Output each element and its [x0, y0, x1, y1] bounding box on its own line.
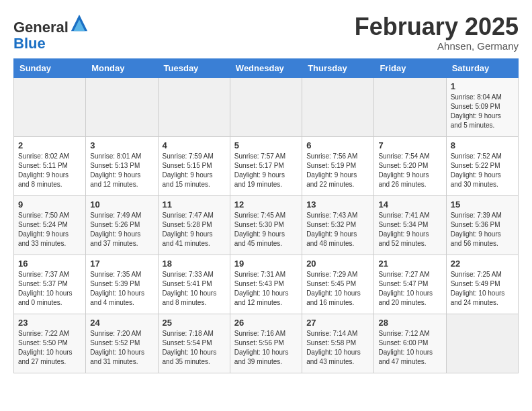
calendar-cell: 5Sunrise: 7:57 AM Sunset: 5:17 PM Daylig… — [230, 137, 302, 196]
day-number: 3 — [90, 140, 153, 150]
day-info: Sunrise: 7:18 AM Sunset: 5:54 PM Dayligh… — [163, 329, 226, 367]
day-info: Sunrise: 7:49 AM Sunset: 5:26 PM Dayligh… — [90, 211, 153, 248]
day-number: 28 — [378, 318, 441, 328]
calendar-cell: 27Sunrise: 7:14 AM Sunset: 5:58 PM Dayli… — [302, 314, 374, 373]
calendar-cell: 13Sunrise: 7:43 AM Sunset: 5:32 PM Dayli… — [302, 196, 374, 255]
day-info: Sunrise: 7:56 AM Sunset: 5:19 PM Dayligh… — [306, 152, 369, 189]
day-info: Sunrise: 7:37 AM Sunset: 5:37 PM Dayligh… — [18, 270, 81, 308]
day-info: Sunrise: 8:01 AM Sunset: 5:13 PM Dayligh… — [90, 152, 153, 189]
calendar-cell: 25Sunrise: 7:18 AM Sunset: 5:54 PM Dayli… — [158, 314, 230, 373]
day-info: Sunrise: 7:29 AM Sunset: 5:45 PM Dayligh… — [306, 270, 369, 308]
weekday-header-saturday: Saturday — [446, 59, 518, 78]
calendar-cell — [446, 314, 518, 373]
calendar-week-row: 9Sunrise: 7:50 AM Sunset: 5:24 PM Daylig… — [14, 196, 519, 255]
day-number: 18 — [163, 259, 226, 269]
day-info: Sunrise: 7:25 AM Sunset: 5:49 PM Dayligh… — [451, 270, 514, 308]
day-number: 22 — [451, 259, 514, 269]
location-subtitle: Ahnsen, Germany — [355, 40, 519, 52]
day-number: 4 — [163, 140, 226, 150]
day-info: Sunrise: 7:31 AM Sunset: 5:43 PM Dayligh… — [234, 270, 298, 308]
day-info: Sunrise: 7:39 AM Sunset: 5:36 PM Dayligh… — [451, 211, 514, 248]
day-number: 27 — [306, 318, 369, 328]
day-info: Sunrise: 7:47 AM Sunset: 5:28 PM Dayligh… — [163, 211, 226, 248]
calendar-cell — [230, 78, 302, 137]
calendar-week-row: 16Sunrise: 7:37 AM Sunset: 5:37 PM Dayli… — [14, 255, 519, 314]
calendar-cell: 3Sunrise: 8:01 AM Sunset: 5:13 PM Daylig… — [86, 137, 158, 196]
calendar-header-row: SundayMondayTuesdayWednesdayThursdayFrid… — [14, 59, 519, 78]
day-number: 21 — [378, 259, 441, 269]
day-info: Sunrise: 7:27 AM Sunset: 5:47 PM Dayligh… — [378, 270, 441, 308]
calendar-cell: 20Sunrise: 7:29 AM Sunset: 5:45 PM Dayli… — [302, 255, 374, 314]
calendar-cell: 7Sunrise: 7:54 AM Sunset: 5:20 PM Daylig… — [374, 137, 446, 196]
day-info: Sunrise: 7:12 AM Sunset: 6:00 PM Dayligh… — [378, 329, 441, 367]
calendar-cell: 4Sunrise: 7:59 AM Sunset: 5:15 PM Daylig… — [158, 137, 230, 196]
day-number: 24 — [90, 318, 153, 328]
day-number: 11 — [163, 199, 226, 210]
calendar-cell: 15Sunrise: 7:39 AM Sunset: 5:36 PM Dayli… — [446, 196, 518, 255]
day-number: 9 — [18, 199, 81, 210]
day-info: Sunrise: 7:41 AM Sunset: 5:34 PM Dayligh… — [378, 211, 441, 248]
day-number: 19 — [234, 259, 298, 269]
calendar-cell — [302, 78, 374, 137]
day-number: 5 — [234, 140, 298, 150]
day-number: 16 — [18, 259, 81, 269]
day-info: Sunrise: 7:22 AM Sunset: 5:50 PM Dayligh… — [18, 329, 81, 367]
day-number: 17 — [90, 259, 153, 269]
calendar-cell: 6Sunrise: 7:56 AM Sunset: 5:19 PM Daylig… — [302, 137, 374, 196]
calendar-cell: 16Sunrise: 7:37 AM Sunset: 5:37 PM Dayli… — [14, 255, 86, 314]
calendar-cell: 14Sunrise: 7:41 AM Sunset: 5:34 PM Dayli… — [374, 196, 446, 255]
weekday-header-friday: Friday — [374, 59, 446, 78]
calendar-cell: 11Sunrise: 7:47 AM Sunset: 5:28 PM Dayli… — [158, 196, 230, 255]
day-number: 25 — [163, 318, 226, 328]
calendar-cell: 24Sunrise: 7:20 AM Sunset: 5:52 PM Dayli… — [86, 314, 158, 373]
day-info: Sunrise: 7:59 AM Sunset: 5:15 PM Dayligh… — [163, 152, 226, 189]
logo-icon — [70, 13, 89, 32]
weekday-header-monday: Monday — [86, 59, 158, 78]
day-info: Sunrise: 7:43 AM Sunset: 5:32 PM Dayligh… — [306, 211, 369, 248]
weekday-header-thursday: Thursday — [302, 59, 374, 78]
day-number: 1 — [451, 81, 514, 91]
logo-blue-text: Blue — [13, 35, 46, 52]
day-info: Sunrise: 7:45 AM Sunset: 5:30 PM Dayligh… — [234, 211, 298, 248]
calendar-cell: 10Sunrise: 7:49 AM Sunset: 5:26 PM Dayli… — [86, 196, 158, 255]
day-info: Sunrise: 7:54 AM Sunset: 5:20 PM Dayligh… — [378, 152, 441, 189]
calendar-cell: 2Sunrise: 8:02 AM Sunset: 5:11 PM Daylig… — [14, 137, 86, 196]
day-info: Sunrise: 7:35 AM Sunset: 5:39 PM Dayligh… — [90, 270, 153, 308]
day-number: 6 — [306, 140, 369, 150]
calendar-week-row: 1Sunrise: 8:04 AM Sunset: 5:09 PM Daylig… — [14, 78, 519, 137]
calendar-cell: 26Sunrise: 7:16 AM Sunset: 5:56 PM Dayli… — [230, 314, 302, 373]
calendar-cell — [374, 78, 446, 137]
calendar-cell: 12Sunrise: 7:45 AM Sunset: 5:30 PM Dayli… — [230, 196, 302, 255]
calendar-cell: 17Sunrise: 7:35 AM Sunset: 5:39 PM Dayli… — [86, 255, 158, 314]
logo-general-text: General — [13, 19, 69, 36]
day-info: Sunrise: 8:04 AM Sunset: 5:09 PM Dayligh… — [451, 93, 514, 130]
calendar-week-row: 23Sunrise: 7:22 AM Sunset: 5:50 PM Dayli… — [14, 314, 519, 373]
day-number: 8 — [451, 140, 514, 150]
page-header: General Blue February 2025 Ahnsen, Germa… — [13, 13, 519, 52]
calendar-week-row: 2Sunrise: 8:02 AM Sunset: 5:11 PM Daylig… — [14, 137, 519, 196]
day-number: 15 — [451, 199, 514, 210]
day-number: 12 — [234, 199, 298, 210]
calendar-cell — [86, 78, 158, 137]
calendar-cell: 21Sunrise: 7:27 AM Sunset: 5:47 PM Dayli… — [374, 255, 446, 314]
calendar-cell: 19Sunrise: 7:31 AM Sunset: 5:43 PM Dayli… — [230, 255, 302, 314]
weekday-header-wednesday: Wednesday — [230, 59, 302, 78]
day-info: Sunrise: 7:33 AM Sunset: 5:41 PM Dayligh… — [163, 270, 226, 308]
calendar-cell: 9Sunrise: 7:50 AM Sunset: 5:24 PM Daylig… — [14, 196, 86, 255]
weekday-header-sunday: Sunday — [14, 59, 86, 78]
calendar-cell: 22Sunrise: 7:25 AM Sunset: 5:49 PM Dayli… — [446, 255, 518, 314]
day-info: Sunrise: 8:02 AM Sunset: 5:11 PM Dayligh… — [18, 152, 81, 189]
day-info: Sunrise: 7:20 AM Sunset: 5:52 PM Dayligh… — [90, 329, 153, 367]
day-info: Sunrise: 7:16 AM Sunset: 5:56 PM Dayligh… — [234, 329, 298, 367]
day-number: 10 — [90, 199, 153, 210]
calendar-cell: 18Sunrise: 7:33 AM Sunset: 5:41 PM Dayli… — [158, 255, 230, 314]
calendar-table: SundayMondayTuesdayWednesdayThursdayFrid… — [13, 58, 519, 373]
calendar-cell: 8Sunrise: 7:52 AM Sunset: 5:22 PM Daylig… — [446, 137, 518, 196]
calendar-cell — [14, 78, 86, 137]
day-number: 23 — [18, 318, 81, 328]
calendar-cell: 23Sunrise: 7:22 AM Sunset: 5:50 PM Dayli… — [14, 314, 86, 373]
day-info: Sunrise: 7:14 AM Sunset: 5:58 PM Dayligh… — [306, 329, 369, 367]
day-number: 26 — [234, 318, 298, 328]
day-number: 20 — [306, 259, 369, 269]
calendar-cell — [158, 78, 230, 137]
